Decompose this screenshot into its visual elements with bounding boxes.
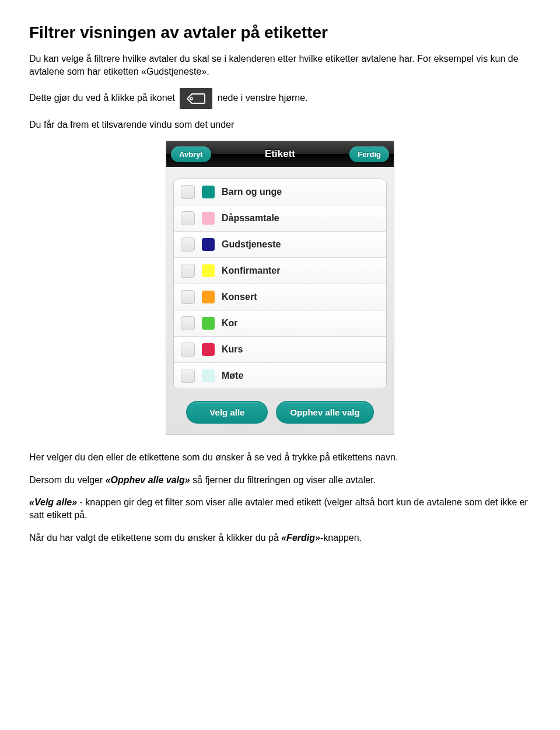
tag-row[interactable]: Dåpssamtale bbox=[174, 205, 386, 232]
tag-label: Konsert bbox=[222, 292, 257, 302]
tag-row[interactable]: Gudstjeneste bbox=[174, 232, 386, 258]
modal-header: Avbryt Etikett Ferdig bbox=[166, 141, 394, 167]
checkbox-icon[interactable] bbox=[181, 343, 195, 357]
tag-label: Kor bbox=[222, 318, 238, 329]
icon-instruction-paragraph: Dette gjør du ved å klikke på ikonet ned… bbox=[29, 88, 531, 109]
clear-all-button[interactable]: Opphev alle valg bbox=[276, 401, 373, 424]
tag-label: Kurs bbox=[222, 344, 243, 355]
tag-list: Barn og ungeDåpssamtaleGudstjenesteKonfi… bbox=[173, 179, 387, 389]
tag-row[interactable]: Møte bbox=[174, 363, 386, 389]
tag-label: Dåpssamtale bbox=[222, 213, 279, 223]
tag-label: Møte bbox=[222, 371, 243, 381]
cancel-button[interactable]: Avbryt bbox=[171, 146, 211, 162]
select-all-button[interactable]: Velg alle bbox=[186, 401, 268, 424]
color-swatch bbox=[202, 369, 215, 382]
text-before-icon: Dette gjør du ved å klikke på ikonet bbox=[29, 93, 177, 103]
done-button[interactable]: Ferdig bbox=[349, 146, 389, 162]
select-instruction-paragraph: Her velger du den eller de etikettene so… bbox=[29, 451, 531, 464]
color-swatch bbox=[202, 212, 215, 225]
tag-filter-icon bbox=[180, 88, 212, 109]
etikett-modal: Avbryt Etikett Ferdig Barn og ungeDåpssa… bbox=[166, 141, 394, 435]
color-swatch bbox=[202, 343, 215, 356]
done-term: «Ferdig»- bbox=[281, 533, 323, 543]
tag-label: Konfirmanter bbox=[222, 266, 280, 276]
checkbox-icon[interactable] bbox=[181, 185, 195, 199]
modal-title: Etikett bbox=[265, 148, 295, 160]
checkbox-icon[interactable] bbox=[181, 369, 195, 383]
color-swatch bbox=[202, 317, 215, 330]
clear-all-paragraph: Dersom du velger «Opphev alle valg» så f… bbox=[29, 474, 531, 487]
tag-row[interactable]: Konsert bbox=[174, 284, 386, 310]
clear-all-term: «Opphev alle valg» bbox=[106, 475, 190, 485]
tag-row[interactable]: Konfirmanter bbox=[174, 258, 386, 284]
modal-body: Barn og ungeDåpssamtaleGudstjenesteKonfi… bbox=[166, 167, 394, 434]
text-after-icon: nede i venstre hjørne. bbox=[218, 93, 308, 103]
checkbox-icon[interactable] bbox=[181, 290, 195, 304]
tag-label: Gudstjeneste bbox=[222, 239, 281, 250]
checkbox-icon[interactable] bbox=[181, 264, 195, 278]
select-all-term: «Velg alle» bbox=[29, 497, 77, 507]
tag-row[interactable]: Kor bbox=[174, 310, 386, 337]
modal-screenshot: Avbryt Etikett Ferdig Barn og ungeDåpssa… bbox=[29, 141, 531, 435]
tag-row[interactable]: Kurs bbox=[174, 337, 386, 363]
svg-point-0 bbox=[190, 97, 192, 100]
checkbox-icon[interactable] bbox=[181, 211, 195, 225]
checkbox-icon[interactable] bbox=[181, 237, 195, 252]
color-swatch bbox=[202, 291, 215, 303]
select-all-paragraph: «Velg alle» - knappen gir deg et filter … bbox=[29, 496, 531, 522]
color-swatch bbox=[202, 238, 215, 251]
page-heading: Filtrer visningen av avtaler på etikette… bbox=[29, 23, 531, 42]
color-swatch bbox=[202, 264, 215, 277]
intro-paragraph: Du kan velge å filtrere hvilke avtaler d… bbox=[29, 53, 531, 79]
tag-label: Barn og unge bbox=[222, 187, 282, 197]
done-paragraph: Når du har valgt de etikettene som du øn… bbox=[29, 532, 531, 544]
window-intro-paragraph: Du får da frem et tilsvarende vindu som … bbox=[29, 118, 531, 131]
color-swatch bbox=[202, 186, 215, 198]
checkbox-icon[interactable] bbox=[181, 316, 195, 330]
modal-footer-buttons: Velg alle Opphev alle valg bbox=[173, 401, 387, 424]
tag-row[interactable]: Barn og unge bbox=[174, 179, 386, 205]
